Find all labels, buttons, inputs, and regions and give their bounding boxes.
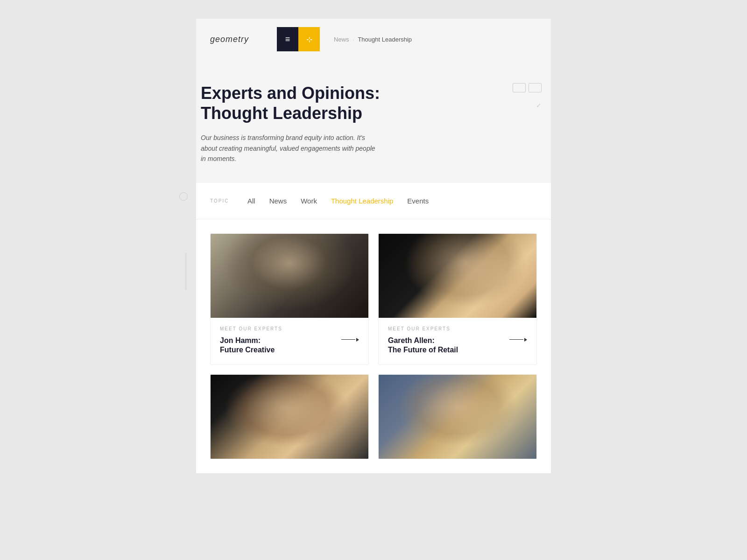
tab-events[interactable]: Events (407, 196, 429, 206)
arrow-head-icon (356, 338, 359, 342)
filter-label: TOPIC (210, 198, 233, 203)
arrow-button[interactable] (509, 338, 527, 342)
breadcrumb: News · Thought Leadership (334, 36, 412, 43)
article-category: MEET OUR EXPERTS (388, 326, 527, 331)
hero-section: Experts and Opinions: Thought Leadership… (196, 60, 551, 183)
article-body-jon-hamm: MEET OUR EXPERTS Jon Hamm:Future Creativ… (211, 318, 368, 365)
hero-description: Our business is transforming brand equit… (201, 133, 378, 164)
article-category: MEET OUR EXPERTS (220, 326, 359, 331)
article-title-row: Gareth Allen:The Future of Retail (388, 336, 527, 356)
breadcrumb-current: Thought Leadership (358, 36, 412, 43)
article-grid: MEET OUR EXPERTS Jon Hamm:Future Creativ… (196, 219, 551, 474)
article-card-jon-hamm[interactable]: MEET OUR EXPERTS Jon Hamm:Future Creativ… (210, 233, 369, 365)
article-card-gareth-allen[interactable]: MEET OUR EXPERTS Gareth Allen:The Future… (378, 233, 537, 365)
tab-all[interactable]: All (247, 196, 255, 206)
breadcrumb-news[interactable]: News (334, 36, 349, 43)
breadcrumb-separator: · (352, 36, 356, 43)
article-title: Jon Hamm:Future Creative (220, 336, 337, 356)
article-image-gareth-allen (379, 234, 536, 318)
arrow-head-icon (524, 338, 527, 342)
article-image-woman1 (211, 375, 368, 459)
logo: geometry (210, 35, 249, 44)
icon-box-1[interactable] (513, 83, 526, 92)
filter-tabs: All News Work Thought Leadership Events (247, 196, 429, 206)
hamburger-icon[interactable]: ≡ (277, 27, 298, 51)
page-wrapper: geometry ≡ ⊹ News · Thought Leadership E… (196, 19, 551, 473)
article-card-woman2[interactable] (378, 374, 537, 459)
page-title: Experts and Opinions: Thought Leadership (201, 83, 546, 123)
check-icon: ✓ (536, 102, 542, 109)
article-image-jon-hamm (211, 234, 368, 318)
main-card: TOPIC All News Work Thought Leadership E… (196, 183, 551, 474)
arrow-line (509, 339, 523, 340)
hero-content: Experts and Opinions: Thought Leadership… (196, 83, 551, 164)
scroll-indicator (185, 253, 187, 290)
filter-bar: TOPIC All News Work Thought Leadership E… (196, 183, 551, 219)
logo-icon[interactable]: ≡ ⊹ (277, 27, 320, 51)
tab-thought-leadership[interactable]: Thought Leadership (331, 196, 393, 206)
icon-box-2[interactable] (529, 83, 542, 92)
article-title: Gareth Allen:The Future of Retail (388, 336, 505, 356)
arrow-button[interactable] (341, 338, 359, 342)
hero-icons (513, 83, 542, 92)
article-body-gareth-allen: MEET OUR EXPERTS Gareth Allen:The Future… (379, 318, 536, 365)
article-title-row: Jon Hamm:Future Creative (220, 336, 359, 356)
article-image-woman2 (379, 375, 536, 459)
left-circle-icon (179, 192, 188, 201)
tab-news[interactable]: News (269, 196, 287, 206)
grid-icon[interactable]: ⊹ (298, 27, 320, 51)
arrow-line (341, 339, 355, 340)
tab-work[interactable]: Work (301, 196, 317, 206)
article-card-woman1[interactable] (210, 374, 369, 459)
header: geometry ≡ ⊹ News · Thought Leadership (196, 19, 551, 60)
